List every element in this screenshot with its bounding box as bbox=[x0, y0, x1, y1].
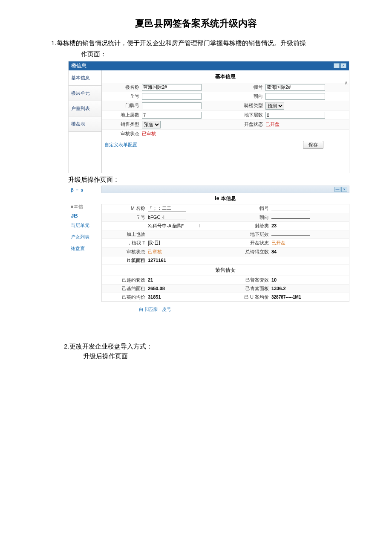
before-window-title: 楼信息 bbox=[71, 62, 334, 70]
screenshot-after: β ≡ s ■本信 JB 与层单元 户女列表 祐盘寰 — × Ie 本信息 M … bbox=[68, 186, 349, 313]
after-value-emit: 23 bbox=[271, 223, 347, 228]
scroll-up-icon[interactable]: ∧ bbox=[344, 80, 348, 86]
input-orientation[interactable] bbox=[265, 93, 325, 100]
sold-units-value: 21 bbox=[148, 277, 224, 282]
after-value-orient bbox=[271, 218, 310, 219]
input-building-name[interactable] bbox=[142, 84, 202, 91]
after-sidebar-bold: JB bbox=[68, 212, 101, 220]
sidebar-item-room-list[interactable]: 户室列表 bbox=[69, 101, 101, 116]
window-controls: — × bbox=[334, 63, 346, 68]
label-floors-above: 地上层数 bbox=[104, 112, 142, 118]
sold-price-value: 31851 bbox=[148, 294, 224, 299]
sold-area-label: 己基约面租 bbox=[104, 285, 148, 292]
filed-price-label: 己 U 案均价 bbox=[227, 294, 271, 300]
after-value-review: 己章核 bbox=[148, 249, 224, 255]
filed-area-label: 己青素面板 bbox=[227, 285, 271, 292]
section-2-sub: 升级后操作页面 bbox=[0, 351, 392, 360]
sales-section-title: 策售倩女 bbox=[102, 265, 349, 276]
after-sidebar-link-0[interactable]: 与层单元 bbox=[68, 220, 101, 231]
before-form: 楼名称 幢号 丘号 朝向 门牌号 骑楼类型预测 地上层数 地下层数 销售类型预售… bbox=[102, 83, 349, 138]
after-label-orient: 朝向 bbox=[227, 214, 271, 221]
sold-price-label: 己英约均价 bbox=[104, 294, 148, 300]
after-label-area: it 筑面租 bbox=[104, 257, 148, 264]
filed-units-value: 10 bbox=[271, 277, 347, 282]
before-window-titlebar: 楼信息 — × bbox=[69, 61, 349, 70]
value-open-status: 已开盘 bbox=[265, 121, 347, 128]
save-button[interactable]: 保存 bbox=[303, 141, 323, 149]
filed-price-value: 328787-----1M1 bbox=[271, 295, 347, 299]
after-label-no: 帽号 bbox=[227, 205, 271, 212]
label-building-no: 幢号 bbox=[227, 84, 265, 90]
select-sale-type[interactable]: 预售 bbox=[142, 121, 161, 128]
after-label-open: 开盘状态 bbox=[227, 240, 271, 246]
after-form: M 名称「；：二二 帽号 丘号bFGC -I 朝向 X₁科号中-A 酝陶*___… bbox=[101, 204, 349, 302]
sidebar-item-floor-unit[interactable]: 楼层单元 bbox=[69, 86, 101, 101]
caption-after: 升级后操作页面： bbox=[0, 173, 392, 186]
sold-area-value: 2650.08 bbox=[148, 286, 224, 291]
custom-form-config-link[interactable]: 自定义表单配置 bbox=[102, 138, 140, 151]
close-icon[interactable]: × bbox=[340, 63, 346, 68]
after-label-plant: ，植我 T bbox=[104, 240, 148, 246]
before-section-title: 基本信息 bbox=[102, 70, 349, 83]
minimize-icon[interactable]: — bbox=[334, 187, 340, 192]
after-section-title: Ie 本信息 bbox=[101, 193, 349, 204]
sidebar-item-basic[interactable]: 基本信息 bbox=[69, 70, 101, 86]
input-floors-above[interactable] bbox=[142, 112, 202, 119]
close-icon[interactable]: × bbox=[341, 187, 347, 192]
after-header-left: β ≡ s bbox=[68, 186, 101, 194]
select-arcade-type[interactable]: 预测 bbox=[265, 102, 284, 110]
after-label-emit: 射给类 bbox=[227, 223, 271, 229]
value-review-status: 已审核 bbox=[142, 131, 224, 137]
input-door-no[interactable] bbox=[142, 102, 202, 109]
sidebar-item-building-table[interactable]: 楼盘表 bbox=[69, 116, 101, 132]
after-sidebar-link-2[interactable]: 祐盘寰 bbox=[68, 243, 101, 254]
after-label-lot: 丘号 bbox=[104, 214, 148, 221]
sold-units-label: 己趁约套效 bbox=[104, 277, 148, 283]
after-value-lot: bFGC -I bbox=[148, 215, 186, 220]
label-floors-below: 地下层数 bbox=[227, 112, 265, 118]
before-main: ∧ 基本信息 楼名称 幢号 丘号 朝向 门牌号 骑楼类型预测 地上层数 地下层数… bbox=[102, 70, 349, 173]
filed-area-value: 1336.2 bbox=[271, 286, 347, 291]
section-2-heading: 2.更改开发企业楼盘导入方式： bbox=[0, 313, 392, 351]
input-building-no[interactable] bbox=[265, 84, 325, 91]
after-value-plant: |R·ΞI bbox=[148, 240, 224, 247]
document-title: 夏邑县网签备案系统升级内容 bbox=[0, 0, 392, 34]
paragraph-1: 1.每栋楼的销售情况统计，便于开发企业和房产管理部门掌握每栋楼的销售情况。升级前… bbox=[0, 34, 392, 50]
input-lot-no[interactable] bbox=[142, 93, 202, 100]
after-value-area: 1271161 bbox=[148, 258, 347, 263]
after-label-total: 总请得立数 bbox=[227, 249, 271, 255]
input-floors-below[interactable] bbox=[265, 112, 325, 119]
after-label-name: M 名称 bbox=[104, 205, 148, 212]
after-label-below: 地下层效 bbox=[227, 231, 271, 238]
after-sidebar-line1: ■本信 bbox=[68, 202, 101, 212]
filed-units-label: 己普案套效 bbox=[227, 277, 271, 283]
label-building-name: 楼名称 bbox=[104, 84, 142, 90]
label-door-no: 门牌号 bbox=[104, 102, 142, 109]
after-sidebar: β ≡ s ■本信 JB 与层单元 户女列表 祐盘寰 bbox=[68, 186, 101, 313]
after-value-no bbox=[271, 210, 310, 210]
after-value-below bbox=[271, 235, 310, 236]
label-review-status: 审核状态 bbox=[104, 131, 142, 137]
after-sidebar-link-1[interactable]: 户女列表 bbox=[68, 231, 101, 243]
label-open-status: 开盘状态 bbox=[227, 121, 265, 128]
after-footer-link[interactable]: 白卡匹亲 - 皮号 bbox=[101, 302, 349, 313]
after-window-controls: — × bbox=[101, 186, 349, 193]
after-value-name: 「；：二二 bbox=[148, 205, 186, 212]
paragraph-1b: 作页面： bbox=[0, 50, 392, 61]
after-label-above: 加上也效 bbox=[104, 231, 148, 238]
after-value-x1: X₁科号中-A 酝陶*______I bbox=[148, 223, 224, 229]
after-value-total: 84 bbox=[271, 249, 347, 254]
label-orientation: 朝向 bbox=[227, 93, 265, 99]
label-arcade-type: 骑楼类型 bbox=[227, 102, 265, 109]
before-sidebar: 基本信息 楼层单元 户室列表 楼盘表 bbox=[69, 70, 102, 173]
after-label-review: 审核状态 bbox=[104, 249, 148, 255]
label-lot-no: 丘号 bbox=[104, 93, 142, 99]
minimize-icon[interactable]: — bbox=[334, 63, 340, 68]
after-main: — × Ie 本信息 M 名称「；：二二 帽号 丘号bFGC -I 朝向 X₁科… bbox=[101, 186, 349, 313]
after-value-open: 已开盘 bbox=[271, 240, 347, 246]
label-sale-type: 销售类型 bbox=[104, 121, 142, 128]
screenshot-before: 楼信息 — × 基本信息 楼层单元 户室列表 楼盘表 ∧ 基本信息 楼名称 幢号… bbox=[68, 61, 349, 173]
